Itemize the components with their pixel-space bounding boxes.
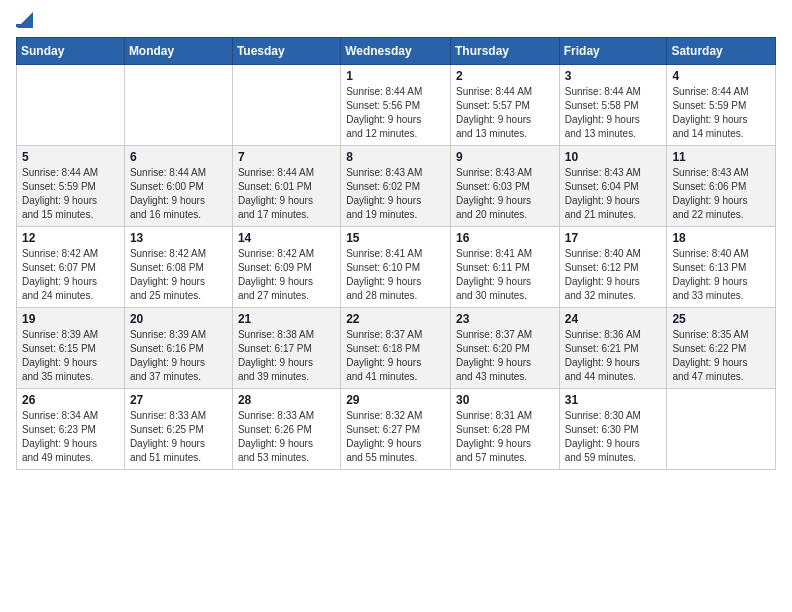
weekday-header-friday: Friday bbox=[559, 38, 667, 65]
logo bbox=[16, 16, 33, 27]
calendar-cell: 1Sunrise: 8:44 AM Sunset: 5:56 PM Daylig… bbox=[341, 65, 451, 146]
day-info: Sunrise: 8:31 AM Sunset: 6:28 PM Dayligh… bbox=[456, 409, 554, 465]
day-info: Sunrise: 8:42 AM Sunset: 6:08 PM Dayligh… bbox=[130, 247, 227, 303]
calendar-cell bbox=[667, 389, 776, 470]
day-info: Sunrise: 8:44 AM Sunset: 5:59 PM Dayligh… bbox=[672, 85, 770, 141]
calendar-cell: 24Sunrise: 8:36 AM Sunset: 6:21 PM Dayli… bbox=[559, 308, 667, 389]
calendar-cell: 20Sunrise: 8:39 AM Sunset: 6:16 PM Dayli… bbox=[124, 308, 232, 389]
weekday-header-wednesday: Wednesday bbox=[341, 38, 451, 65]
day-number: 28 bbox=[238, 393, 335, 407]
day-number: 20 bbox=[130, 312, 227, 326]
day-info: Sunrise: 8:44 AM Sunset: 5:57 PM Dayligh… bbox=[456, 85, 554, 141]
day-number: 27 bbox=[130, 393, 227, 407]
day-number: 13 bbox=[130, 231, 227, 245]
day-info: Sunrise: 8:40 AM Sunset: 6:13 PM Dayligh… bbox=[672, 247, 770, 303]
calendar-cell: 8Sunrise: 8:43 AM Sunset: 6:02 PM Daylig… bbox=[341, 146, 451, 227]
day-info: Sunrise: 8:43 AM Sunset: 6:04 PM Dayligh… bbox=[565, 166, 662, 222]
calendar-cell: 7Sunrise: 8:44 AM Sunset: 6:01 PM Daylig… bbox=[232, 146, 340, 227]
calendar-cell: 26Sunrise: 8:34 AM Sunset: 6:23 PM Dayli… bbox=[17, 389, 125, 470]
day-number: 15 bbox=[346, 231, 445, 245]
day-info: Sunrise: 8:43 AM Sunset: 6:06 PM Dayligh… bbox=[672, 166, 770, 222]
day-info: Sunrise: 8:39 AM Sunset: 6:16 PM Dayligh… bbox=[130, 328, 227, 384]
calendar-cell: 11Sunrise: 8:43 AM Sunset: 6:06 PM Dayli… bbox=[667, 146, 776, 227]
day-info: Sunrise: 8:41 AM Sunset: 6:11 PM Dayligh… bbox=[456, 247, 554, 303]
calendar-cell: 29Sunrise: 8:32 AM Sunset: 6:27 PM Dayli… bbox=[341, 389, 451, 470]
calendar-week-row: 12Sunrise: 8:42 AM Sunset: 6:07 PM Dayli… bbox=[17, 227, 776, 308]
page-header bbox=[16, 16, 776, 27]
calendar-week-row: 1Sunrise: 8:44 AM Sunset: 5:56 PM Daylig… bbox=[17, 65, 776, 146]
day-info: Sunrise: 8:30 AM Sunset: 6:30 PM Dayligh… bbox=[565, 409, 662, 465]
day-number: 17 bbox=[565, 231, 662, 245]
day-info: Sunrise: 8:34 AM Sunset: 6:23 PM Dayligh… bbox=[22, 409, 119, 465]
calendar-week-row: 5Sunrise: 8:44 AM Sunset: 5:59 PM Daylig… bbox=[17, 146, 776, 227]
calendar-cell: 12Sunrise: 8:42 AM Sunset: 6:07 PM Dayli… bbox=[17, 227, 125, 308]
calendar-cell: 22Sunrise: 8:37 AM Sunset: 6:18 PM Dayli… bbox=[341, 308, 451, 389]
calendar-cell: 9Sunrise: 8:43 AM Sunset: 6:03 PM Daylig… bbox=[450, 146, 559, 227]
day-info: Sunrise: 8:33 AM Sunset: 6:26 PM Dayligh… bbox=[238, 409, 335, 465]
day-number: 29 bbox=[346, 393, 445, 407]
calendar-table: SundayMondayTuesdayWednesdayThursdayFrid… bbox=[16, 37, 776, 470]
day-info: Sunrise: 8:44 AM Sunset: 5:56 PM Dayligh… bbox=[346, 85, 445, 141]
calendar-week-row: 26Sunrise: 8:34 AM Sunset: 6:23 PM Dayli… bbox=[17, 389, 776, 470]
day-number: 7 bbox=[238, 150, 335, 164]
calendar-cell: 17Sunrise: 8:40 AM Sunset: 6:12 PM Dayli… bbox=[559, 227, 667, 308]
calendar-cell: 13Sunrise: 8:42 AM Sunset: 6:08 PM Dayli… bbox=[124, 227, 232, 308]
day-number: 30 bbox=[456, 393, 554, 407]
day-number: 10 bbox=[565, 150, 662, 164]
calendar-cell bbox=[232, 65, 340, 146]
day-info: Sunrise: 8:42 AM Sunset: 6:09 PM Dayligh… bbox=[238, 247, 335, 303]
weekday-header-thursday: Thursday bbox=[450, 38, 559, 65]
day-info: Sunrise: 8:37 AM Sunset: 6:18 PM Dayligh… bbox=[346, 328, 445, 384]
calendar-cell: 3Sunrise: 8:44 AM Sunset: 5:58 PM Daylig… bbox=[559, 65, 667, 146]
day-number: 18 bbox=[672, 231, 770, 245]
day-number: 2 bbox=[456, 69, 554, 83]
calendar-cell: 19Sunrise: 8:39 AM Sunset: 6:15 PM Dayli… bbox=[17, 308, 125, 389]
calendar-cell: 14Sunrise: 8:42 AM Sunset: 6:09 PM Dayli… bbox=[232, 227, 340, 308]
weekday-header-tuesday: Tuesday bbox=[232, 38, 340, 65]
day-info: Sunrise: 8:39 AM Sunset: 6:15 PM Dayligh… bbox=[22, 328, 119, 384]
calendar-cell bbox=[124, 65, 232, 146]
day-number: 3 bbox=[565, 69, 662, 83]
day-info: Sunrise: 8:43 AM Sunset: 6:02 PM Dayligh… bbox=[346, 166, 445, 222]
day-info: Sunrise: 8:32 AM Sunset: 6:27 PM Dayligh… bbox=[346, 409, 445, 465]
day-number: 25 bbox=[672, 312, 770, 326]
day-number: 1 bbox=[346, 69, 445, 83]
calendar-cell: 28Sunrise: 8:33 AM Sunset: 6:26 PM Dayli… bbox=[232, 389, 340, 470]
calendar-header: SundayMondayTuesdayWednesdayThursdayFrid… bbox=[17, 38, 776, 65]
calendar-body: 1Sunrise: 8:44 AM Sunset: 5:56 PM Daylig… bbox=[17, 65, 776, 470]
calendar-cell: 16Sunrise: 8:41 AM Sunset: 6:11 PM Dayli… bbox=[450, 227, 559, 308]
weekday-header-saturday: Saturday bbox=[667, 38, 776, 65]
day-number: 9 bbox=[456, 150, 554, 164]
calendar-cell: 15Sunrise: 8:41 AM Sunset: 6:10 PM Dayli… bbox=[341, 227, 451, 308]
calendar-cell: 6Sunrise: 8:44 AM Sunset: 6:00 PM Daylig… bbox=[124, 146, 232, 227]
calendar-cell: 4Sunrise: 8:44 AM Sunset: 5:59 PM Daylig… bbox=[667, 65, 776, 146]
day-info: Sunrise: 8:37 AM Sunset: 6:20 PM Dayligh… bbox=[456, 328, 554, 384]
weekday-header-row: SundayMondayTuesdayWednesdayThursdayFrid… bbox=[17, 38, 776, 65]
day-number: 22 bbox=[346, 312, 445, 326]
calendar-cell: 5Sunrise: 8:44 AM Sunset: 5:59 PM Daylig… bbox=[17, 146, 125, 227]
day-number: 12 bbox=[22, 231, 119, 245]
day-number: 24 bbox=[565, 312, 662, 326]
day-number: 26 bbox=[22, 393, 119, 407]
day-number: 6 bbox=[130, 150, 227, 164]
day-number: 31 bbox=[565, 393, 662, 407]
day-info: Sunrise: 8:38 AM Sunset: 6:17 PM Dayligh… bbox=[238, 328, 335, 384]
day-number: 8 bbox=[346, 150, 445, 164]
day-info: Sunrise: 8:41 AM Sunset: 6:10 PM Dayligh… bbox=[346, 247, 445, 303]
calendar-cell: 25Sunrise: 8:35 AM Sunset: 6:22 PM Dayli… bbox=[667, 308, 776, 389]
day-number: 4 bbox=[672, 69, 770, 83]
day-info: Sunrise: 8:33 AM Sunset: 6:25 PM Dayligh… bbox=[130, 409, 227, 465]
day-number: 11 bbox=[672, 150, 770, 164]
day-info: Sunrise: 8:44 AM Sunset: 5:58 PM Dayligh… bbox=[565, 85, 662, 141]
day-number: 21 bbox=[238, 312, 335, 326]
calendar-cell: 18Sunrise: 8:40 AM Sunset: 6:13 PM Dayli… bbox=[667, 227, 776, 308]
calendar-cell: 27Sunrise: 8:33 AM Sunset: 6:25 PM Dayli… bbox=[124, 389, 232, 470]
day-info: Sunrise: 8:42 AM Sunset: 6:07 PM Dayligh… bbox=[22, 247, 119, 303]
day-info: Sunrise: 8:36 AM Sunset: 6:21 PM Dayligh… bbox=[565, 328, 662, 384]
day-info: Sunrise: 8:40 AM Sunset: 6:12 PM Dayligh… bbox=[565, 247, 662, 303]
calendar-cell bbox=[17, 65, 125, 146]
day-number: 23 bbox=[456, 312, 554, 326]
calendar-cell: 31Sunrise: 8:30 AM Sunset: 6:30 PM Dayli… bbox=[559, 389, 667, 470]
day-info: Sunrise: 8:44 AM Sunset: 6:00 PM Dayligh… bbox=[130, 166, 227, 222]
weekday-header-monday: Monday bbox=[124, 38, 232, 65]
